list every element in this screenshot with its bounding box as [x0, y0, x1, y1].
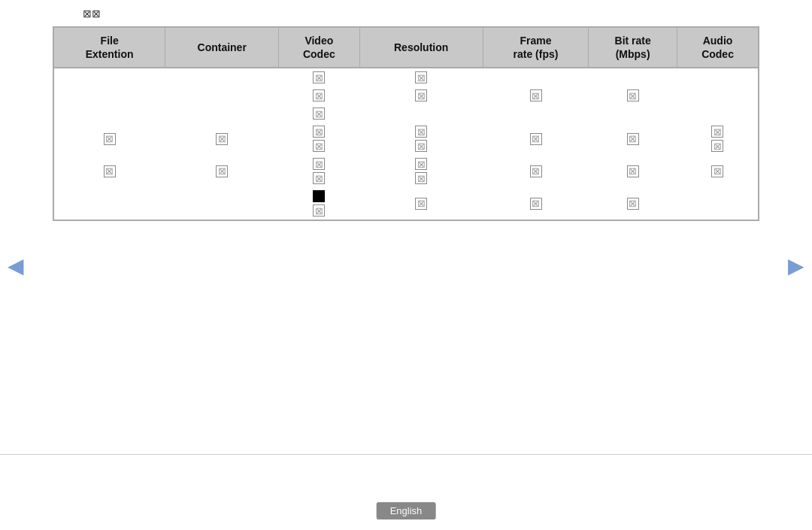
- col-header-video-codec: VideoCodec: [279, 27, 359, 68]
- cell-frame-rate-5: [483, 155, 588, 187]
- cell-video-codec-2: [279, 86, 359, 104]
- cell-video-codec-5: [279, 155, 359, 187]
- cell-video-codec-3: [279, 104, 359, 123]
- cell-audio-codec-1: [677, 68, 759, 86]
- cell-container-6: [165, 187, 279, 220]
- cell-bit-rate-6: [589, 187, 677, 220]
- col-header-audio-codec: AudioCodec: [677, 27, 759, 68]
- cell-bit-rate-2: [589, 86, 677, 104]
- cell-file-ext-1: [53, 68, 165, 86]
- table-row: [53, 86, 759, 104]
- col-header-bit-rate: Bit rate(Mbps): [589, 27, 677, 68]
- col-header-file-ext: FileExtention: [53, 27, 165, 68]
- cell-frame-rate-6: [483, 187, 588, 220]
- cell-frame-rate-2: [483, 86, 588, 104]
- table-row: [53, 123, 759, 155]
- cell-file-ext-5: [53, 155, 165, 187]
- col-header-resolution: Resolution: [359, 27, 483, 68]
- cell-resolution-4: [359, 123, 483, 155]
- table-row: [53, 68, 759, 86]
- col-header-frame-rate: Framerate (fps): [483, 27, 588, 68]
- page-divider: [0, 454, 812, 455]
- cell-bit-rate-5: [589, 155, 677, 187]
- cell-bit-rate-1: [589, 68, 677, 86]
- cell-resolution-6: [359, 187, 483, 220]
- cell-file-ext-3: [53, 104, 165, 123]
- cell-bit-rate-4: [589, 123, 677, 155]
- cell-frame-rate-1: [483, 68, 588, 86]
- cell-video-codec-4: [279, 123, 359, 155]
- language-button[interactable]: English: [377, 502, 436, 519]
- codec-table: FileExtention Container VideoCodec Resol…: [53, 26, 759, 221]
- cell-audio-codec-3: [677, 104, 759, 123]
- cell-resolution-3: [359, 104, 483, 123]
- cell-audio-codec-5: [677, 155, 759, 187]
- cell-audio-codec-4: [677, 123, 759, 155]
- cell-file-ext-4: [53, 123, 165, 155]
- main-table-container: FileExtention Container VideoCodec Resol…: [53, 26, 759, 221]
- cell-file-ext-6: [53, 187, 165, 220]
- cell-bit-rate-3: [589, 104, 677, 123]
- cell-frame-rate-4: [483, 123, 588, 155]
- cell-resolution-5: [359, 155, 483, 187]
- cell-audio-codec-2: [677, 86, 759, 104]
- table-row: [53, 104, 759, 123]
- table-row: [53, 155, 759, 187]
- cell-audio-codec-6: [677, 187, 759, 220]
- cell-container-2: [165, 86, 279, 104]
- nav-arrow-left[interactable]: ◀: [8, 253, 24, 277]
- cell-video-codec-1: [279, 68, 359, 86]
- cell-resolution-1: [359, 68, 483, 86]
- cell-frame-rate-3: [483, 104, 588, 123]
- cell-container-4: [165, 123, 279, 155]
- table-row: [53, 187, 759, 220]
- page-title: ⊠⊠: [83, 8, 101, 20]
- col-header-container: Container: [165, 27, 279, 68]
- cell-resolution-2: [359, 86, 483, 104]
- cell-video-codec-6: [279, 187, 359, 220]
- cell-container-3: [165, 104, 279, 123]
- cell-container-5: [165, 155, 279, 187]
- cell-container-1: [165, 68, 279, 86]
- nav-arrow-right[interactable]: ▶: [788, 253, 804, 277]
- cell-file-ext-2: [53, 86, 165, 104]
